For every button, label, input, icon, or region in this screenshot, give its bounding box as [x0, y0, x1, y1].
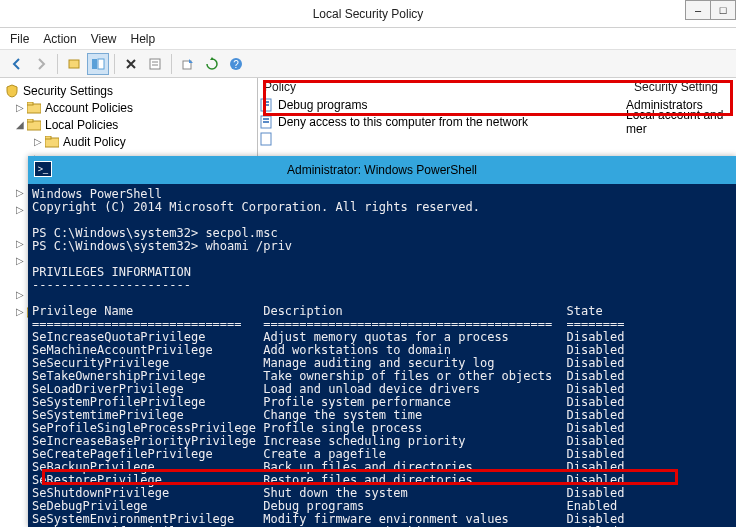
tree-item-audit-policy[interactable]: ▷ Audit Policy [0, 133, 257, 150]
tree-root[interactable]: Security Settings [0, 82, 257, 99]
powershell-icon: >_ [34, 161, 52, 177]
show-tree-button[interactable] [87, 53, 109, 75]
policy-name: Debug programs [276, 98, 626, 112]
col-policy[interactable]: Policy [258, 78, 628, 96]
svg-rect-21 [263, 121, 269, 123]
svg-rect-20 [263, 118, 269, 120]
tree-label: Local Policies [45, 118, 118, 132]
svg-rect-3 [150, 59, 160, 69]
svg-rect-2 [98, 59, 104, 69]
policy-icon [258, 115, 276, 129]
powershell-titlebar[interactable]: >_ Administrator: Windows PowerShell [28, 156, 736, 184]
powershell-title: Administrator: Windows PowerShell [287, 163, 477, 177]
menubar: File Action View Help [0, 28, 736, 50]
tree-label: Account Policies [45, 101, 133, 115]
folder-icon [26, 118, 42, 132]
tree-label: Audit Policy [63, 135, 126, 149]
powershell-window: >_ Administrator: Windows PowerShell Win… [28, 156, 736, 527]
refresh-button[interactable] [201, 53, 223, 75]
svg-rect-17 [263, 101, 269, 103]
list-header[interactable]: Policy Security Setting [258, 78, 736, 96]
policy-value: Local account and mer [626, 108, 736, 136]
svg-rect-10 [27, 102, 33, 105]
menu-view[interactable]: View [91, 32, 117, 46]
window-titlebar: Local Security Policy – □ [0, 0, 736, 28]
policy-icon [258, 132, 276, 146]
folder-icon [26, 101, 42, 115]
menu-action[interactable]: Action [43, 32, 76, 46]
tree-root-label: Security Settings [23, 84, 113, 98]
toolbar: ? [0, 50, 736, 78]
export-button[interactable] [177, 53, 199, 75]
menu-file[interactable]: File [10, 32, 29, 46]
policy-icon [258, 98, 276, 112]
menu-help[interactable]: Help [131, 32, 156, 46]
col-security-setting[interactable]: Security Setting [628, 78, 724, 96]
help-button[interactable]: ? [225, 53, 247, 75]
svg-rect-0 [69, 60, 79, 68]
back-button[interactable] [6, 53, 28, 75]
tree-item-local-policies[interactable]: ◢ Local Policies [0, 116, 257, 133]
up-button[interactable] [63, 53, 85, 75]
svg-rect-18 [263, 104, 269, 106]
policy-name: Deny access to this computer from the ne… [276, 115, 626, 129]
shield-icon [4, 84, 20, 98]
properties-button[interactable] [144, 53, 166, 75]
svg-rect-22 [261, 133, 271, 145]
powershell-console[interactable]: Windows PowerShell Copyright (C) 2014 Mi… [28, 184, 736, 527]
forward-button[interactable] [30, 53, 52, 75]
svg-rect-12 [27, 119, 33, 122]
window-title: Local Security Policy [313, 7, 424, 21]
delete-button[interactable] [120, 53, 142, 75]
expand-icon[interactable]: ▷ [32, 136, 44, 147]
svg-text:?: ? [233, 59, 239, 70]
expand-icon[interactable]: ▷ [14, 102, 26, 113]
maximize-button[interactable]: □ [710, 0, 736, 20]
collapse-icon[interactable]: ◢ [14, 119, 26, 130]
minimize-button[interactable]: – [685, 0, 711, 20]
svg-rect-14 [45, 136, 51, 139]
svg-rect-1 [92, 59, 97, 69]
list-row[interactable]: Deny access to this computer from the ne… [258, 113, 736, 130]
tree-item-account-policies[interactable]: ▷ Account Policies [0, 99, 257, 116]
folder-icon [44, 135, 60, 149]
